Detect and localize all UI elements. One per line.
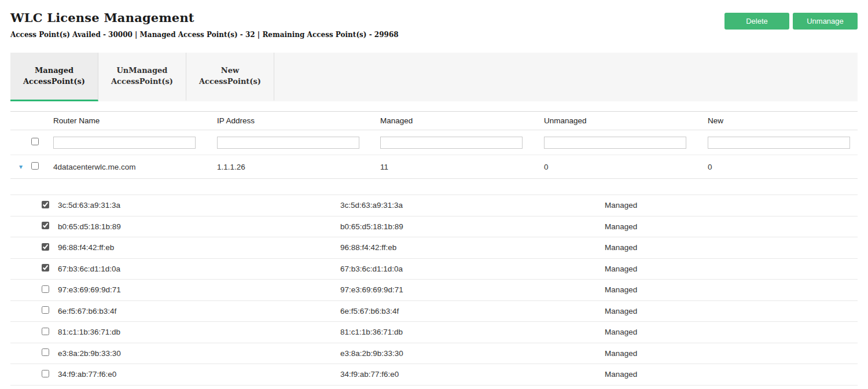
accesspoint-status: Managed (605, 222, 858, 231)
accesspoint-name: 96:88:f4:42:ff:eb (340, 243, 605, 252)
page-title: WLC License Management (10, 10, 399, 25)
accesspoint-status: Managed (605, 201, 858, 210)
new-count-cell: 0 (708, 163, 858, 171)
accesspoint-name: b0:65:d5:18:1b:89 (340, 222, 605, 231)
router-name-cell: 4datacenterwlc.me.com (53, 163, 217, 171)
select-all-checkbox[interactable] (31, 138, 39, 145)
accesspoint-name: 81:c1:1b:36:71:db (340, 328, 605, 336)
accesspoint-name: e3:8a:2b:9b:33:30 (340, 349, 605, 358)
tab-new-accesspoints[interactable]: New AccessPoint(s) (186, 53, 274, 101)
accesspoint-status: Managed (605, 285, 858, 294)
accesspoint-mac: 34:f9:ab:77:f6:e0 (58, 370, 340, 379)
tab-bar-filler (274, 53, 858, 101)
ip-address-cell: 1.1.1.26 (217, 163, 380, 171)
accesspoint-name: 97:e3:69:69:9d:71 (340, 285, 605, 294)
access-point-summary: Access Point(s) Availed - 30000 | Manage… (10, 31, 399, 39)
accesspoint-row: 3c:5d:63:a9:31:3a 3c:5d:63:a9:31:3a Mana… (10, 195, 858, 216)
accesspoint-checkbox[interactable] (42, 264, 49, 271)
accesspoint-mac: 97:e3:69:69:9d:71 (58, 285, 340, 294)
accesspoint-row: b0:65:d5:18:1b:89 b0:65:d5:18:1b:89 Mana… (10, 216, 858, 238)
table-filter-row (10, 130, 858, 155)
column-header-managed: Managed (380, 116, 544, 125)
tab-label: UnManaged AccessPoint(s) (104, 65, 180, 87)
row-checkbox[interactable] (31, 162, 39, 170)
accesspoint-mac: 96:88:f4:42:ff:eb (58, 243, 340, 252)
accesspoint-name: 6e:f5:67:b6:b3:4f (340, 307, 605, 315)
unmanage-button[interactable]: Unmanage (793, 13, 858, 30)
filter-managed-input[interactable] (380, 137, 523, 149)
accesspoint-name: 34:f9:ab:77:f6:e0 (340, 370, 605, 379)
unmanaged-count-cell: 0 (544, 163, 708, 171)
accesspoint-subtable: 3c:5d:63:a9:31:3a 3c:5d:63:a9:31:3a Mana… (10, 195, 858, 386)
page-header: WLC License Management Access Point(s) A… (10, 0, 858, 39)
accesspoint-status: Managed (605, 307, 858, 315)
action-buttons: Delete Unmanage (724, 13, 858, 30)
accesspoint-status: Managed (605, 243, 858, 252)
managed-count-cell: 11 (380, 163, 544, 171)
accesspoint-tab-bar: Managed AccessPoint(s) UnManaged AccessP… (10, 53, 858, 101)
column-header-new: New (708, 116, 858, 125)
accesspoint-status: Managed (605, 370, 858, 379)
filter-unmanaged-input[interactable] (544, 137, 686, 149)
accesspoint-mac: e3:8a:2b:9b:33:30 (58, 349, 340, 358)
filter-new-input[interactable] (708, 137, 850, 149)
accesspoint-row: 97:e3:69:69:9d:71 97:e3:69:69:9d:71 Mana… (10, 280, 858, 301)
tab-label: New AccessPoint(s) (192, 65, 268, 87)
accesspoint-mac: 67:b3:6c:d1:1d:0a (58, 265, 340, 273)
accesspoint-mac: 6e:f5:67:b6:b3:4f (58, 307, 340, 315)
tab-managed-accesspoints[interactable]: Managed AccessPoint(s) (10, 53, 98, 101)
accesspoint-status: Managed (605, 349, 858, 358)
accesspoint-row: 81:c1:1b:36:71:db 81:c1:1b:36:71:db Mana… (10, 322, 858, 343)
accesspoint-checkbox[interactable] (42, 243, 49, 251)
accesspoint-mac: 81:c1:1b:36:71:db (58, 328, 340, 336)
table-header-row: Router Name IP Address Managed Unmanaged… (10, 111, 858, 130)
delete-button[interactable]: Delete (724, 13, 789, 30)
accesspoint-checkbox[interactable] (42, 201, 49, 208)
wlc-license-management-page: WLC License Management Access Point(s) A… (0, 0, 868, 389)
accesspoint-row: e3:8a:2b:9b:33:30 e3:8a:2b:9b:33:30 Mana… (10, 343, 858, 365)
accesspoint-status: Managed (605, 328, 858, 336)
row-expander-icon[interactable]: ▾ (10, 163, 31, 171)
accesspoint-name: 67:b3:6c:d1:1d:0a (340, 265, 605, 273)
accesspoint-checkbox[interactable] (42, 328, 49, 335)
column-header-router-name: Router Name (53, 116, 217, 125)
accesspoint-checkbox[interactable] (42, 222, 49, 229)
tab-label: Managed AccessPoint(s) (16, 65, 92, 87)
column-header-unmanaged: Unmanaged (544, 116, 708, 125)
accesspoint-checkbox[interactable] (42, 306, 49, 314)
filter-router-name-input[interactable] (53, 137, 196, 149)
accesspoint-checkbox[interactable] (42, 348, 49, 356)
accesspoint-row: 34:f9:ab:77:f6:e0 34:f9:ab:77:f6:e0 Mana… (10, 364, 858, 386)
title-block: WLC License Management Access Point(s) A… (10, 10, 399, 39)
accesspoint-checkbox[interactable] (42, 370, 49, 377)
column-header-ip-address: IP Address (217, 116, 380, 125)
accesspoint-row: 96:88:f4:42:ff:eb 96:88:f4:42:ff:eb Mana… (10, 237, 858, 259)
tab-unmanaged-accesspoints[interactable]: UnManaged AccessPoint(s) (98, 53, 186, 101)
filter-ip-address-input[interactable] (217, 137, 359, 149)
accesspoint-checkbox[interactable] (42, 285, 49, 293)
router-table: Router Name IP Address Managed Unmanaged… (10, 111, 858, 386)
accesspoint-mac: 3c:5d:63:a9:31:3a (58, 201, 340, 210)
accesspoint-mac: b0:65:d5:18:1b:89 (58, 222, 340, 231)
accesspoint-row: 67:b3:6c:d1:1d:0a 67:b3:6c:d1:1d:0a Mana… (10, 259, 858, 280)
accesspoint-row: 6e:f5:67:b6:b3:4f 6e:f5:67:b6:b3:4f Mana… (10, 301, 858, 322)
accesspoint-status: Managed (605, 265, 858, 273)
router-row: ▾ 4datacenterwlc.me.com 1.1.1.26 11 0 0 (10, 155, 858, 179)
accesspoint-name: 3c:5d:63:a9:31:3a (340, 201, 605, 210)
